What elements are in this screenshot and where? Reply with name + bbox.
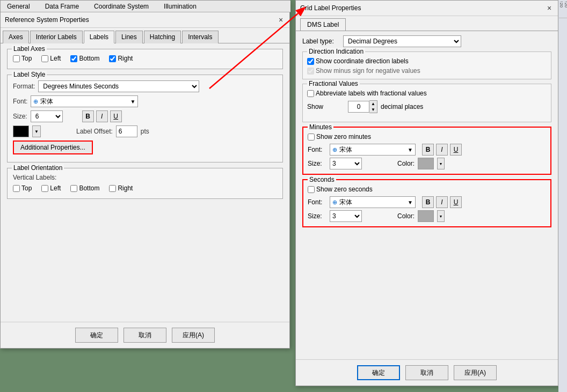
show-minus-checkbox[interactable] xyxy=(307,68,314,75)
orient-top[interactable]: Top xyxy=(13,184,32,192)
label-type-row: Label type: Decimal Degrees xyxy=(302,35,551,47)
abbreviate-item[interactable]: Abbreviate labels with fractional values xyxy=(307,90,547,97)
decimal-row: Show ▲ ▼ decimal places xyxy=(307,100,547,113)
tab-intervals[interactable]: Intervals xyxy=(182,31,218,43)
color-offset-row: ▼ Label Offset: pts xyxy=(13,125,277,137)
font-label: Font: xyxy=(13,98,27,105)
direction-inner: Show coordinate direction labels Show mi… xyxy=(307,55,547,75)
minutes-size-select[interactable]: 3 xyxy=(330,158,362,169)
format-select[interactable]: Degrees Minutes Seconds xyxy=(38,80,199,92)
show-direction-label: Show coordinate direction labels xyxy=(316,57,409,65)
format-label: Format: xyxy=(13,83,35,90)
orient-right[interactable]: Right xyxy=(109,184,133,192)
label-offset-label: Label Offset: xyxy=(76,128,113,135)
seconds-size-label: Size: xyxy=(308,212,326,220)
italic-button[interactable]: I xyxy=(96,110,108,122)
label-axes-top-checkbox[interactable] xyxy=(13,55,20,62)
label-axes-left-checkbox[interactable] xyxy=(41,55,48,62)
show-minus-item[interactable]: Show minus sign for negative values xyxy=(307,67,547,75)
abbreviate-checkbox[interactable] xyxy=(307,90,314,97)
show-direction-checkbox[interactable] xyxy=(307,58,314,65)
tab-lines[interactable]: Lines xyxy=(115,31,143,43)
seconds-size-row: Size: 3 Color: ▼ xyxy=(308,210,546,222)
menu-data-frame[interactable]: Data Frame xyxy=(43,2,81,11)
label-offset-unit: pts xyxy=(141,128,149,135)
additional-properties-button[interactable]: Additional Properties... xyxy=(13,140,93,154)
left-close-button[interactable]: × xyxy=(277,16,285,24)
left-dialog-titlebar: Reference System Properties × xyxy=(1,12,289,28)
color-dropdown[interactable]: ▼ xyxy=(32,125,41,137)
left-cancel-button[interactable]: 取消 xyxy=(123,328,166,343)
label-offset-input[interactable] xyxy=(116,125,137,137)
decimal-input[interactable] xyxy=(348,101,369,113)
label-axes-top[interactable]: Top xyxy=(13,55,32,62)
menu-illumination[interactable]: Illumination xyxy=(162,2,199,11)
label-axes-bottom-checkbox[interactable] xyxy=(70,55,77,62)
orient-bottom-checkbox[interactable] xyxy=(70,185,77,192)
minutes-underline-button[interactable]: U xyxy=(450,144,462,156)
label-style-title: Label Style xyxy=(12,71,47,78)
color-swatch[interactable] xyxy=(13,125,29,137)
bold-button[interactable]: B xyxy=(82,110,94,122)
show-zero-seconds-label: Show zero seconds xyxy=(316,186,373,193)
label-type-select[interactable]: Decimal Degrees xyxy=(343,35,461,47)
orient-left-checkbox[interactable] xyxy=(41,185,48,192)
left-tabs: Axes Interior Labels Labels Lines Hatchi… xyxy=(1,28,289,43)
minutes-bold-button[interactable]: B xyxy=(422,144,434,156)
menu-general[interactable]: General xyxy=(5,2,32,11)
tab-axes[interactable]: Axes xyxy=(3,31,29,43)
left-ok-button[interactable]: 确定 xyxy=(75,328,118,343)
decimal-places-label: decimal places xyxy=(381,103,423,110)
menu-coordinate-system[interactable]: Coordinate System xyxy=(92,2,151,11)
minutes-font-row: Font: ⊕ 宋体 ▼ B I U xyxy=(308,144,546,156)
orient-left[interactable]: Left xyxy=(41,184,61,192)
seconds-color-swatch[interactable] xyxy=(418,210,434,222)
spin-buttons: ▲ ▼ xyxy=(369,100,377,113)
right-ok-button[interactable]: 确定 xyxy=(357,365,400,380)
label-axes-left[interactable]: Left xyxy=(41,55,61,62)
spin-up-button[interactable]: ▲ xyxy=(369,101,377,107)
additional-row: Additional Properties... xyxy=(13,140,277,154)
show-zero-minutes-checkbox[interactable] xyxy=(308,134,315,140)
seconds-inner: Show zero seconds Font: ⊕ 宋体 ▼ B I U xyxy=(308,183,546,222)
orient-top-checkbox[interactable] xyxy=(13,185,20,192)
label-axes-bottom[interactable]: Bottom xyxy=(70,55,99,62)
left-apply-button[interactable]: 应用(A) xyxy=(172,328,215,343)
right-sidebar: ↑20 ↑20 H20 H20 4EY 4EY 4EY 4EY 4Lr 4Lr … xyxy=(558,0,567,392)
right-close-button[interactable]: × xyxy=(545,4,554,12)
label-axes-left-label: Left xyxy=(50,55,61,62)
tab-interior-labels[interactable]: Interior Labels xyxy=(30,31,83,43)
show-zero-seconds-checkbox[interactable] xyxy=(308,186,315,193)
orientation-checkboxes: Top Left Bottom Right xyxy=(13,184,277,192)
minutes-color-swatch[interactable] xyxy=(418,158,434,169)
seconds-color-dropdown[interactable]: ▼ xyxy=(437,210,445,222)
size-select[interactable]: 6 xyxy=(31,110,63,122)
underline-button[interactable]: U xyxy=(110,110,122,122)
seconds-bold-button[interactable]: B xyxy=(422,196,434,208)
format-row: Format: Degrees Minutes Seconds xyxy=(13,80,277,92)
dms-tab[interactable]: DMS Label xyxy=(300,18,346,31)
tab-hatching[interactable]: Hatching xyxy=(144,31,181,43)
right-cancel-button[interactable]: 取消 xyxy=(405,365,448,380)
left-dialog-content: Label Axes Top Left Bottom xyxy=(1,43,289,210)
label-axes-right[interactable]: Right xyxy=(109,55,133,62)
tab-labels[interactable]: Labels xyxy=(84,31,114,43)
orient-bottom[interactable]: Bottom xyxy=(70,184,99,192)
label-axes-right-checkbox[interactable] xyxy=(109,55,116,62)
label-orientation-title: Label Orientation xyxy=(12,164,64,172)
seconds-size-select[interactable]: 3 xyxy=(330,210,362,222)
right-apply-button[interactable]: 应用(A) xyxy=(454,365,497,380)
seconds-underline-button[interactable]: U xyxy=(450,196,462,208)
orient-right-checkbox[interactable] xyxy=(109,185,116,192)
show-zero-minutes-item[interactable]: Show zero minutes xyxy=(308,133,546,140)
minutes-italic-button[interactable]: I xyxy=(436,144,448,156)
spin-down-button[interactable]: ▼ xyxy=(369,107,377,113)
minutes-size-row: Size: 3 Color: ▼ xyxy=(308,158,546,169)
label-axes-right-label: Right xyxy=(118,55,133,62)
direction-section: Direction Indication Show coordinate dir… xyxy=(302,51,551,79)
right-dialog-title: Grid Label Properties xyxy=(300,4,361,12)
show-direction-item[interactable]: Show coordinate direction labels xyxy=(307,57,547,65)
seconds-italic-button[interactable]: I xyxy=(436,196,448,208)
show-zero-seconds-item[interactable]: Show zero seconds xyxy=(308,186,546,193)
minutes-color-dropdown[interactable]: ▼ xyxy=(437,158,445,169)
